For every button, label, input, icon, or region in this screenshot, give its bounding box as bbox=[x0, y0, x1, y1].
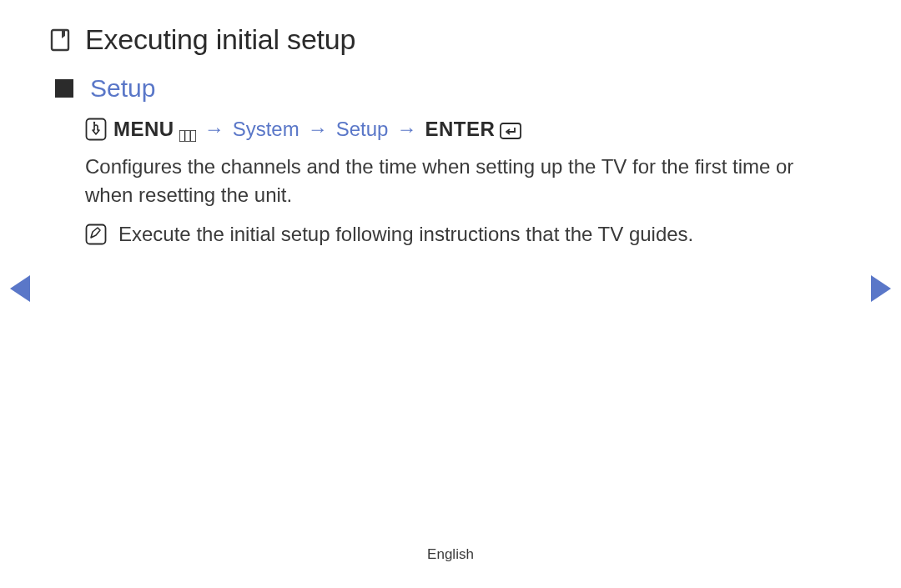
breadcrumb-enter: ENTER bbox=[425, 118, 495, 141]
svg-rect-1 bbox=[87, 119, 106, 140]
svg-point-2 bbox=[93, 122, 95, 123]
note-row: Execute the initial setup following inst… bbox=[85, 220, 834, 249]
hand-pointer-icon bbox=[85, 118, 107, 141]
section-title: Setup bbox=[90, 74, 155, 103]
bookmark-icon bbox=[50, 28, 70, 52]
breadcrumb-system: System bbox=[233, 118, 299, 141]
footer-language: English bbox=[0, 546, 901, 563]
enter-key-icon bbox=[500, 121, 521, 138]
breadcrumb-setup: Setup bbox=[336, 118, 389, 141]
breadcrumb-arrow: → bbox=[395, 118, 418, 141]
note-text: Execute the initial setup following inst… bbox=[118, 220, 693, 249]
svg-rect-6 bbox=[501, 123, 521, 138]
breadcrumb: MENU → System → Setup → ENTER bbox=[85, 118, 851, 141]
svg-rect-0 bbox=[52, 30, 68, 50]
title-row: Executing initial setup bbox=[50, 23, 851, 56]
menu-bars-icon bbox=[179, 123, 196, 135]
svg-rect-3 bbox=[179, 130, 196, 142]
page-title: Executing initial setup bbox=[85, 23, 355, 56]
breadcrumb-arrow: → bbox=[203, 118, 226, 141]
note-pencil-icon bbox=[85, 224, 107, 245]
prev-page-button[interactable] bbox=[10, 275, 30, 302]
next-page-button[interactable] bbox=[871, 275, 891, 302]
breadcrumb-arrow: → bbox=[306, 118, 330, 141]
breadcrumb-menu: MENU bbox=[113, 118, 174, 141]
square-bullet-icon bbox=[55, 79, 73, 98]
body-paragraph: Configures the channels and the time whe… bbox=[85, 153, 834, 209]
section-row: Setup bbox=[55, 74, 851, 103]
